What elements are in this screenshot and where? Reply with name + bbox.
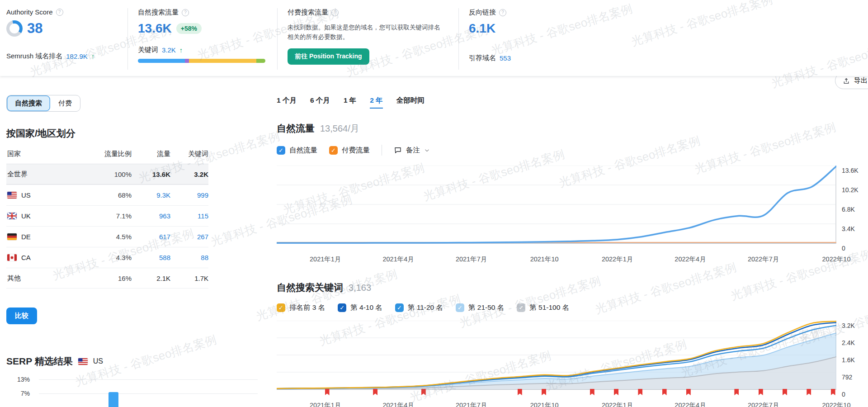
position-tracking-button[interactable]: 前往 Position Tracking: [288, 48, 369, 65]
uk-flag-icon: [7, 213, 17, 219]
note-flag-icon[interactable]: [614, 389, 618, 395]
traffic-value[interactable]: 617: [132, 233, 170, 241]
toggle-paid-traffic[interactable]: ✓付费流量: [329, 146, 370, 155]
checkbox-icon: ✓: [395, 303, 404, 312]
note-flag-icon[interactable]: [831, 389, 835, 395]
compare-button[interactable]: 比较: [6, 308, 37, 324]
keywords-value[interactable]: 999: [170, 191, 208, 199]
col-keywords: 关键词: [170, 150, 208, 158]
legend-item-1[interactable]: ✓第 4-10 名: [338, 303, 382, 312]
note-flag-icon[interactable]: [759, 389, 763, 395]
table-row[interactable]: CA4.3%58888: [6, 247, 208, 268]
info-icon[interactable]: ?: [499, 9, 506, 16]
table-row[interactable]: 全世界100%13.6K3.2K: [6, 164, 208, 185]
table-row[interactable]: DE4.5%617267: [6, 226, 208, 247]
export-label: 导出: [854, 76, 868, 85]
legend-item-0[interactable]: ✓排名前 3 名: [277, 303, 325, 312]
legend-item-3[interactable]: ✓第 21-50 名: [456, 303, 504, 312]
legend-item-2[interactable]: ✓第 11-20 名: [395, 303, 443, 312]
domain-overview-page: Authority Score? 38 Semrush 域名排名 182.9K …: [0, 0, 868, 407]
paid-traffic-label: 付费搜索流量: [288, 8, 328, 17]
note-flag-icon[interactable]: [518, 389, 522, 395]
note-flag-icon[interactable]: [734, 389, 739, 395]
info-icon[interactable]: ?: [56, 9, 63, 16]
checkbox-icon: ✓: [517, 303, 525, 312]
traffic-value: 2.1K: [132, 274, 170, 282]
axis-markers-row: [277, 389, 836, 396]
x-tick-label: 2022年7月: [748, 255, 779, 264]
x-tick-label: 2022年4月: [675, 401, 706, 407]
us-flag-icon: [78, 358, 88, 365]
traffic-value[interactable]: 963: [132, 212, 170, 220]
keywords-value[interactable]: 88: [170, 254, 208, 261]
y-tick-label: 792: [842, 374, 852, 381]
table-row[interactable]: UK7.1%963115: [6, 205, 208, 226]
note-flag-icon[interactable]: [590, 389, 594, 395]
keywords-value[interactable]: 267: [170, 233, 208, 241]
x-tick-label: 2022年10: [822, 255, 851, 264]
serp-features-chart: 13%7%0%??: [6, 379, 258, 407]
time-tab-4[interactable]: 2 年: [370, 96, 382, 109]
toggle-organic-traffic[interactable]: ✓自然流量: [277, 146, 317, 155]
x-tick-label: 2021年1月: [310, 401, 341, 407]
traffic-value: 13.6K: [132, 170, 170, 178]
table-row[interactable]: US68%9.3K999: [6, 185, 208, 205]
note-flag-icon[interactable]: [686, 389, 691, 395]
keywords-value[interactable]: 115: [170, 212, 208, 220]
serp-bars: [39, 379, 258, 407]
serp-section-title: SERP 精选结果: [6, 355, 73, 368]
traffic-value[interactable]: 588: [132, 254, 170, 261]
time-tab-3[interactable]: 1 年: [344, 96, 356, 109]
tab-organic[interactable]: 自然搜索: [7, 95, 50, 111]
table-row[interactable]: 其他16%2.1K1.7K: [6, 268, 208, 289]
notes-dropdown[interactable]: 备注: [394, 146, 430, 155]
info-icon[interactable]: ?: [331, 9, 339, 16]
divider: [382, 145, 382, 156]
y-tick-label: 13.6K: [842, 167, 859, 174]
chevron-down-icon: [424, 147, 430, 153]
keywords-value: 1.7K: [170, 274, 208, 282]
traffic-value[interactable]: 9.3K: [132, 191, 170, 199]
de-flag-icon: [7, 233, 17, 240]
serp-bar[interactable]: [108, 392, 118, 407]
x-tick-label: 2021年10: [530, 255, 559, 264]
legend-item-4[interactable]: ✓第 51-100 名: [517, 303, 569, 312]
note-flag-icon[interactable]: [638, 389, 642, 395]
organic-traffic-chart-title: 自然流量: [277, 122, 315, 135]
share-value: 7.1%: [96, 212, 132, 220]
keywords-value[interactable]: 3.2K: [162, 46, 176, 54]
tab-paid[interactable]: 付费: [50, 95, 80, 111]
note-flag-icon[interactable]: [325, 389, 330, 395]
note-flag-icon[interactable]: [373, 389, 377, 395]
time-tab-2[interactable]: 6 个月: [310, 96, 330, 109]
semrush-rank-value[interactable]: 182.9K: [66, 52, 88, 60]
keywords-y-axis: 07921.6K2.4K3.2K: [836, 321, 868, 393]
keywords-x-axis: 2021年1月2021年4月2021年7月2021年102022年1月2022年…: [277, 398, 836, 407]
note-icon: [394, 146, 402, 154]
checkbox-icon: ✓: [338, 303, 346, 312]
authority-score-value: 38: [27, 20, 42, 37]
keywords-plot-area[interactable]: [277, 321, 836, 393]
organic-keywords-chart-value: 3,163: [349, 283, 371, 293]
y-tick-label: 7%: [6, 390, 30, 397]
rank-up-arrow-icon: ↑: [91, 52, 95, 60]
ref-domains-label: 引荐域名: [469, 54, 496, 62]
info-icon[interactable]: ?: [182, 9, 189, 16]
keywords-legend: ✓排名前 3 名✓第 4-10 名✓第 11-20 名✓第 21-50 名✓第 …: [277, 303, 868, 312]
note-flag-icon[interactable]: [807, 389, 811, 395]
time-tab-5[interactable]: 全部时间: [396, 96, 425, 109]
note-flag-icon[interactable]: [662, 389, 667, 395]
organic-keywords-chart-title: 自然搜索关键词: [277, 281, 343, 294]
countries-panel: 自然搜索 付费 按国家/地区划分 国家 流量比例 流量 关键词 全世界100%1…: [0, 76, 260, 407]
x-tick-label: 2022年1月: [602, 401, 633, 407]
traffic-plot-area[interactable]: [277, 166, 836, 247]
ref-domains-value[interactable]: 553: [500, 54, 511, 62]
intent-bar-segment: [185, 59, 189, 63]
time-tab-1[interactable]: 1 个月: [277, 96, 297, 109]
note-flag-icon[interactable]: [421, 389, 426, 395]
y-tick-label: 6.8K: [842, 206, 855, 213]
backlinks-value[interactable]: 6.1K: [469, 21, 495, 36]
note-flag-icon[interactable]: [783, 389, 787, 395]
note-flag-icon[interactable]: [542, 389, 546, 395]
semrush-rank-label: Semrush 域名排名: [6, 52, 62, 61]
